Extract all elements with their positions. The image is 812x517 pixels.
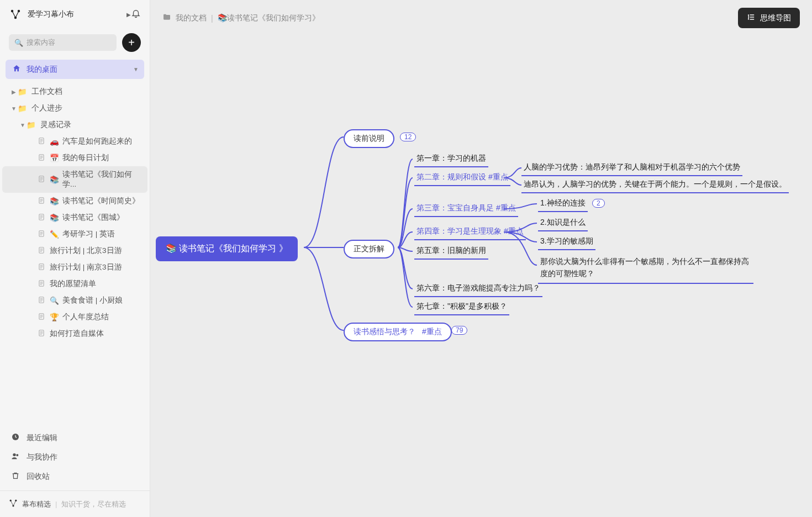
mindmap-node-ch2b[interactable]: 迪昂认为，人脑学习的优势，关键在于两个能力。一个是规则，一个是假设。 (521, 178, 789, 193)
mindmap-branch-preread[interactable]: 读前说明 (344, 129, 394, 148)
sidebar-header: 爱学习幕小布 ▶ (0, 0, 150, 29)
chevron-down-icon: ▼ (10, 105, 18, 112)
tree-file-item[interactable]: 📚读书笔记《时间简史》 (2, 193, 147, 209)
node-label: 第七章："积极"是多积极？ (416, 302, 507, 310)
tree-file-item[interactable]: 旅行计划 | 南京3日游 (2, 259, 147, 276)
tree-file-item[interactable]: 🚗汽车是如何跑起来的 (2, 133, 147, 150)
folder-icon: 📁 (27, 120, 36, 129)
tree-file-item[interactable]: 我的愿望清单 (2, 276, 147, 292)
document-icon (38, 213, 45, 223)
tree-file-item[interactable]: ✏️考研学习 | 英语 (2, 226, 147, 242)
tree-file-item[interactable]: 如何打造自媒体 (2, 325, 147, 342)
mindmap-node-ch1[interactable]: 第一章：学习的机器 (414, 152, 488, 167)
tree-label: 个人进步 (31, 103, 62, 113)
trash-icon (11, 471, 20, 482)
nav-label: 回收站 (27, 472, 50, 482)
tree-item-label: 读书笔记《时间简史》 (62, 196, 140, 206)
sidebar-nav-footer: 最近编辑 与我协作 回收站 (0, 424, 150, 490)
bottom-brand: 幕布精选 (22, 499, 51, 509)
node-tag: #重点 (496, 203, 516, 212)
svg-point-16 (13, 453, 15, 456)
user-dropdown-caret-icon[interactable]: ▶ (126, 12, 131, 18)
nav-trash[interactable]: 回收站 (8, 467, 142, 486)
add-button[interactable]: + (122, 33, 141, 52)
tree-folder-personal[interactable]: ▼ 📁 个人进步 (2, 100, 147, 117)
nav-collab[interactable]: 与我协作 (8, 447, 142, 467)
tree-item-label: 读书笔记《我们如何学... (62, 170, 143, 189)
item-emoji-icon: 📚 (50, 213, 59, 222)
app-logo-icon (9, 499, 18, 509)
app-logo-icon (9, 8, 22, 21)
item-emoji-icon: 🔍 (50, 296, 59, 305)
node-tag: #重点 (422, 327, 442, 337)
chevron-down-icon[interactable]: ▼ (133, 66, 139, 72)
node-label: 那你说大脑为什么非得有一个敏感期，为什么不一直都保持高度的可塑性呢？ (540, 257, 749, 278)
document-icon (38, 175, 45, 184)
tree-folder-workdocs[interactable]: ▶ 📁 工作文档 (2, 83, 147, 100)
search-input[interactable]: 🔍 搜索内容 (9, 34, 117, 51)
mindmap-view-button[interactable]: 思维导图 (738, 8, 800, 28)
breadcrumb-root[interactable]: 我的文档 (176, 13, 207, 23)
mindmap-branch-body[interactable]: 正文拆解 (344, 240, 394, 258)
item-emoji-icon: 🏆 (50, 313, 59, 321)
user-name[interactable]: 爱学习幕小布 (28, 9, 124, 19)
sidebar-my-desktop[interactable]: 我的桌面 ▼ (6, 60, 144, 79)
node-label: 第一章：学习的机器 (416, 154, 486, 162)
mindmap-node-ch2[interactable]: 第二章：规则和假设#重点 (414, 171, 510, 186)
folder-icon (162, 13, 171, 23)
breadcrumb-current[interactable]: 📚读书笔记《我们如何学习》 (218, 13, 320, 23)
breadcrumb-separator: | (211, 14, 213, 23)
tree-item-label: 考研学习 | 英语 (62, 229, 115, 239)
mindmap-node-ch3[interactable]: 第三章：宝宝自身具足#重点 (414, 202, 518, 217)
tree-item-label: 我的愿望清单 (50, 279, 96, 289)
document-icon (38, 137, 45, 146)
tree-file-item[interactable]: 📚读书笔记《我们如何学... (2, 166, 147, 193)
search-placeholder: 搜索内容 (27, 38, 55, 48)
sidebar-bottom[interactable]: 幕布精选 | 知识干货，尽在精选 (0, 490, 150, 517)
node-label: 第六章：电子游戏能提高专注力吗？ (416, 283, 540, 292)
tree-label: 工作文档 (31, 87, 62, 97)
mindmap-node-ch5[interactable]: 第五章：旧脑的新用 (414, 245, 488, 260)
mindmap-node-ch4[interactable]: 第四章：学习是生理现象#重点 (414, 225, 526, 240)
node-label: 读书感悟与思考？ (354, 327, 415, 337)
document-icon (38, 246, 45, 256)
tree-item-label: 我的每日计划 (62, 153, 109, 163)
bottom-desc: 知识干货，尽在精选 (61, 499, 126, 509)
nav-recent[interactable]: 最近编辑 (8, 428, 142, 447)
mindmap-node-ch3c[interactable]: 3.学习的敏感期 (538, 235, 595, 250)
people-icon (11, 452, 20, 462)
tree-file-item[interactable]: 📚读书笔记《围城》 (2, 209, 147, 226)
sidebar: 爱学习幕小布 ▶ 🔍 搜索内容 + 我的桌面 ▼ ▶ 📁 工作文档 ▼ 📁 个人… (0, 0, 150, 517)
tree-file-item[interactable]: 🔍美食食谱 | 小厨娘 (2, 292, 147, 309)
main-area: 我的文档 | 📚读书笔记《我们如何学习》 思维导图 (150, 0, 812, 517)
item-emoji-icon: 📅 (50, 154, 59, 162)
mindmap-node-ch3b[interactable]: 2.知识是什么 (538, 217, 588, 231)
mindmap-node-ch6[interactable]: 第六章：电子游戏能提高专注力吗？ (414, 282, 542, 297)
mindmap-canvas[interactable]: 📚 读书笔记《我们如何学习 》 读前说明 12 正文拆解 读书感悟与思考？ #重… (150, 33, 812, 517)
mindmap-node-ch3d[interactable]: 那你说大脑为什么非得有一个敏感期，为什么不一直都保持高度的可塑性呢？ (538, 254, 753, 284)
svg-point-18 (10, 500, 12, 502)
tree-file-item[interactable]: 🏆个人年度总结 (2, 309, 147, 325)
mindmap-root-node[interactable]: 📚 读书笔记《我们如何学习 》 (156, 236, 298, 261)
mindmap-btn-label: 思维导图 (760, 13, 791, 23)
tree-folder-inspiration[interactable]: ▼ 📁 灵感记录 (2, 117, 147, 133)
mindmap-node-ch3a[interactable]: 1.神经的连接 (538, 197, 588, 212)
folder-icon: 📁 (18, 104, 27, 113)
node-label: 第五章：旧脑的新用 (416, 246, 486, 255)
mindmap-node-ch7[interactable]: 第七章："积极"是多积极？ (414, 300, 509, 315)
mindmap-icon (747, 13, 756, 23)
tree-file-item[interactable]: 旅行计划 | 北京3日游 (2, 242, 147, 259)
notification-bell-icon[interactable] (131, 8, 141, 20)
node-tag: #重点 (488, 172, 508, 181)
document-icon (38, 154, 45, 163)
node-label: 第二章：规则和假设 (416, 172, 486, 181)
mindmap-node-ch2a[interactable]: 人脑的学习优势：迪昂列举了和人脑相对于机器学习的六个优势 (521, 161, 742, 176)
item-emoji-icon: 📚 (50, 197, 59, 205)
nav-label: 与我协作 (27, 452, 57, 462)
nav-label: 最近编辑 (27, 433, 57, 443)
item-emoji-icon: 📚 (50, 175, 59, 184)
chevron-right-icon: ▶ (10, 89, 18, 95)
mindmap-branch-thoughts[interactable]: 读书感悟与思考？ #重点 (344, 323, 452, 341)
tree-item-label: 如何打造自媒体 (50, 329, 104, 339)
tree-file-item[interactable]: 📅我的每日计划 (2, 150, 147, 166)
